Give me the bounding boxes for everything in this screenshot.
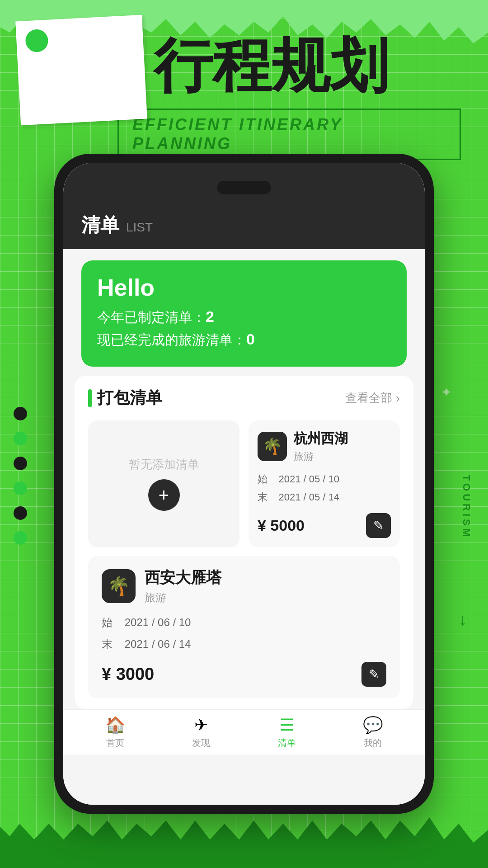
empty-text: 暂无添加清单 xyxy=(129,457,199,472)
item-info: 杭州西湖 旅游 xyxy=(294,429,348,463)
nav-item-home[interactable]: 🏠 首页 xyxy=(72,716,158,749)
wide-start-label: 始 xyxy=(102,616,113,628)
wide-edit-button[interactable]: ✎ xyxy=(361,662,386,687)
home-icon: 🏠 xyxy=(105,716,126,735)
hello-greeting: Hello xyxy=(97,274,391,301)
section-more-label: 查看全部 xyxy=(345,390,392,406)
item-name: 杭州西湖 xyxy=(294,429,348,448)
end-date-value: 2021 / 05 / 14 xyxy=(278,491,339,503)
wide-end-label: 末 xyxy=(102,638,113,650)
item-wide-name: 西安大雁塔 xyxy=(145,567,221,588)
nav-item-discover[interactable]: ✈ 发现 xyxy=(158,716,244,749)
app-content: 清单 LIST Hello 今年已制定清单：2 现已经完成的旅游清单：0 xyxy=(63,199,425,805)
end-label: 末 xyxy=(258,491,267,503)
item-wide-start: 始 2021 / 06 / 10 xyxy=(102,612,386,633)
item-type: 旅游 xyxy=(294,450,348,463)
wide-end-date: 2021 / 06 / 14 xyxy=(125,638,191,650)
side-dot-3 xyxy=(14,457,27,470)
side-dot-6 xyxy=(14,531,27,545)
bottom-nav: 🏠 首页 ✈ 发现 ☰ 清单 💬 我的 xyxy=(63,709,425,755)
stat1-label: 今年已制定清单： xyxy=(97,310,206,325)
item-dates: 始 2021 / 05 / 10 末 2021 / 05 / 14 xyxy=(258,470,391,506)
profile-icon: 💬 xyxy=(363,716,383,735)
section-accent-bar xyxy=(88,389,92,407)
item-wide-header: 🌴 西安大雁塔 旅游 xyxy=(102,567,386,605)
side-dot-2 xyxy=(14,432,27,445)
sticky-dot xyxy=(25,29,49,53)
item-end-date: 末 2021 / 05 / 14 xyxy=(258,488,391,506)
side-text: TOURISM xyxy=(460,475,472,539)
nav-home-label: 首页 xyxy=(106,737,124,749)
stat2-value: 0 xyxy=(246,330,255,348)
hello-card: Hello 今年已制定清单：2 现已经完成的旅游清单：0 xyxy=(81,260,407,367)
item-price: ¥ 5000 xyxy=(258,517,305,534)
start-date-value: 2021 / 05 / 10 xyxy=(278,473,339,485)
item-wide-type: 旅游 xyxy=(145,590,221,605)
items-grid: 暂无添加清单 + 🌴 xyxy=(88,420,400,547)
add-item-button[interactable]: + xyxy=(148,479,180,511)
wide-start-date: 2021 / 06 / 10 xyxy=(125,616,191,628)
nav-item-list[interactable]: ☰ 清单 xyxy=(244,716,330,749)
app-header-title: 清单 LIST xyxy=(81,212,407,238)
nav-discover-label: 发现 xyxy=(192,737,210,749)
sticky-note xyxy=(15,15,147,125)
nav-item-profile[interactable]: 💬 我的 xyxy=(330,716,416,749)
nav-profile-label: 我的 xyxy=(364,737,382,749)
item-wide-icon: 🌴 xyxy=(102,569,136,603)
item-icon-symbol: 🌴 xyxy=(263,437,282,456)
section-title-text: 打包清单 xyxy=(97,387,162,409)
subtitle-box: EFFICIENT ITINERARY PLANNING xyxy=(117,108,461,160)
wide-edit-icon: ✎ xyxy=(369,667,379,682)
subtitle-text: EFFICIENT ITINERARY PLANNING xyxy=(132,115,343,153)
item-start-date: 始 2021 / 05 / 10 xyxy=(258,470,391,488)
item-wide-price: ¥ 3000 xyxy=(102,665,154,684)
add-icon: + xyxy=(159,485,169,505)
phone-outer: 清单 LIST Hello 今年已制定清单：2 现已经完成的旅游清单：0 xyxy=(54,154,434,814)
chevron-right-icon: › xyxy=(396,391,400,406)
section-more-btn[interactable]: 查看全部 › xyxy=(345,390,400,406)
title-chinese-2: 行程规划 xyxy=(154,36,389,95)
phone-topbar xyxy=(63,163,425,199)
list-item[interactable]: 🌴 杭州西湖 旅游 xyxy=(249,420,400,547)
item-wide-info: 西安大雁塔 旅游 xyxy=(145,567,221,605)
stat2-label: 现已经完成的旅游清单： xyxy=(97,332,246,347)
list-icon: ☰ xyxy=(280,716,294,735)
list-item-wide[interactable]: 🌴 西安大雁塔 旅游 始 2021 / 06 / 10 xyxy=(88,556,400,698)
discover-icon: ✈ xyxy=(194,716,208,735)
section-header: 打包清单 查看全部 › xyxy=(88,387,400,409)
app-header: 清单 LIST xyxy=(63,199,425,249)
section-title: 打包清单 xyxy=(88,387,162,409)
edit-button[interactable]: ✎ xyxy=(366,513,391,538)
item-icon: 🌴 xyxy=(258,432,287,461)
app-header-en: LIST xyxy=(126,220,153,235)
side-arrow: ↓ xyxy=(459,610,467,629)
hello-stat-1: 今年已制定清单：2 xyxy=(97,308,391,327)
side-dot-5 xyxy=(14,506,27,520)
side-dot-1 xyxy=(14,407,27,420)
side-dots xyxy=(14,407,27,545)
item-wide-dates: 始 2021 / 06 / 10 末 2021 / 06 / 14 xyxy=(102,612,386,655)
section-card: 打包清单 查看全部 › 暂无添加清单 + xyxy=(75,376,413,709)
item-wide-icon-symbol: 🌴 xyxy=(108,576,130,597)
item-footer: ¥ 5000 ✎ xyxy=(258,513,391,538)
nav-list-label: 清单 xyxy=(278,737,296,749)
star-decoration-2: ✦ xyxy=(441,384,452,400)
subtitle-banner: EFFICIENT ITINERARY PLANNING xyxy=(117,108,461,160)
stat1-value: 2 xyxy=(206,308,214,325)
item-wide-end: 末 2021 / 06 / 14 xyxy=(102,633,386,655)
item-wide-footer: ¥ 3000 ✎ xyxy=(102,662,386,687)
app-header-cn: 清单 xyxy=(81,212,119,238)
start-label: 始 xyxy=(258,473,267,485)
phone-container: 清单 LIST Hello 今年已制定清单：2 现已经完成的旅游清单：0 xyxy=(54,154,434,814)
edit-icon: ✎ xyxy=(373,518,384,533)
item-header: 🌴 杭州西湖 旅游 xyxy=(258,429,391,463)
empty-list-item: 暂无添加清单 + xyxy=(88,420,239,547)
phone-inner: 清单 LIST Hello 今年已制定清单：2 现已经完成的旅游清单：0 xyxy=(63,163,425,805)
side-dot-4 xyxy=(14,481,27,495)
phone-notch xyxy=(217,181,271,194)
hello-stat-2: 现已经完成的旅游清单：0 xyxy=(97,330,391,349)
